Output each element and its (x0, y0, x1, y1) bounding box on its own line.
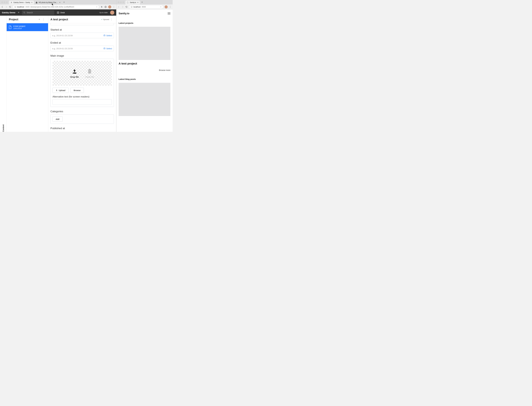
studio-brand: Gatsby Demo (2, 11, 15, 14)
browse-more-link[interactable]: Browse more (118, 69, 170, 71)
image-dropzone[interactable]: Drop file Paste file (52, 61, 112, 86)
upload-button[interactable]: Upload (52, 88, 69, 93)
date-select-button[interactable]: Select (103, 34, 112, 37)
section-heading-projects: Latest projects (118, 22, 170, 24)
url-port: :8000 (141, 6, 146, 8)
field-label-ended-at: Ended at (51, 41, 114, 44)
address-bar[interactable]: localhost:8000 ☆ (129, 5, 163, 9)
svg-point-2 (15, 6, 15, 7)
section-heading-blog: Latest blog posts (118, 78, 170, 80)
address-bar[interactable]: localhost:3333/desk/projects;3bdab7de-24… (13, 5, 99, 9)
forward-icon[interactable] (5, 6, 7, 8)
svg-point-15 (90, 71, 90, 72)
alt-text-input[interactable] (52, 99, 112, 105)
alt-text-label: Alternative text (for screen readers) (52, 95, 112, 98)
project-card-title[interactable]: A test project (118, 62, 170, 65)
url-path: /desk/projects;3bdab7de-2482-42fc-825e-1… (30, 6, 74, 8)
svg-rect-8 (104, 35, 105, 36)
svg-rect-5 (105, 6, 106, 7)
pane-menu-icon[interactable]: ⋮ (41, 18, 46, 21)
svg-rect-3 (15, 7, 15, 7)
site-content: Sanity.io Latest projects A test project… (116, 9, 173, 132)
sanity-extension-icon[interactable]: S (100, 6, 103, 8)
editor-header: A test project Synced ⋮ (48, 16, 116, 23)
svg-rect-11 (73, 73, 74, 73)
window-controls[interactable] (117, 1, 125, 3)
forward-icon[interactable] (121, 6, 124, 8)
image-field: Drop file Paste file Upload (51, 59, 114, 107)
sanity-favicon (10, 1, 12, 3)
search-icon (23, 12, 25, 14)
upload-icon (72, 69, 78, 75)
browser-menu-icon[interactable]: ⋮ (113, 6, 115, 8)
svg-rect-16 (56, 91, 57, 91)
unsplash-favicon (36, 1, 37, 3)
svg-rect-9 (104, 48, 105, 49)
browser-tab-active[interactable]: Gatsby Demo – Sanity ✕ (9, 0, 34, 4)
browser-menu-icon[interactable]: ⋮ (169, 6, 171, 8)
document-date: 23/01/2019 (13, 28, 25, 29)
mouse-cursor-icon (52, 3, 54, 6)
date-select-button[interactable]: Select (103, 47, 112, 50)
tab-strip: Sanity.io ✕ + (116, 0, 173, 4)
svg-rect-7 (57, 12, 59, 14)
url-port: :3333 (25, 6, 30, 8)
desk-icon (57, 11, 59, 14)
bookmark-star-icon[interactable]: ☆ (96, 6, 97, 8)
search-input[interactable]: Search (22, 10, 54, 15)
bookmark-star-icon[interactable]: ☆ (160, 6, 162, 8)
svg-rect-13 (89, 69, 90, 70)
close-tab-icon[interactable]: ✕ (31, 1, 33, 3)
url-host: localhost (133, 6, 140, 8)
user-avatar[interactable] (110, 11, 114, 15)
browser-tab-inactive[interactable]: HD photo by Blake Cheek (@bl ✕ (34, 0, 62, 4)
rail-label: Content (2, 18, 4, 132)
hamburger-menu-icon[interactable] (168, 13, 170, 14)
blog-card-image[interactable] (118, 83, 170, 116)
extension-icon[interactable] (104, 6, 107, 8)
new-tab-button[interactable]: + (140, 1, 144, 4)
profile-avatar[interactable] (165, 5, 168, 8)
reload-icon[interactable] (9, 6, 11, 8)
browser-window-right: Sanity.io ✕ + localhost:8000 ☆ ⋮ Sanity.… (116, 0, 173, 132)
ended-at-input[interactable]: e.g. 2019-01-23 23:59 Select (51, 46, 114, 51)
back-icon[interactable] (118, 6, 120, 8)
url-bar: localhost:8000 ☆ ⋮ (116, 4, 173, 9)
new-tab-button[interactable]: + (62, 1, 66, 4)
document-list-item[interactable]: A test project 23/01/2019 (7, 23, 48, 31)
browse-button[interactable]: Browse (71, 88, 84, 93)
back-icon[interactable] (1, 6, 4, 8)
save-status: Up to date (99, 12, 108, 14)
add-category-button[interactable]: Add (52, 116, 63, 122)
info-icon (14, 6, 16, 8)
tab-title: HD photo by Blake Cheek (@bl (39, 1, 58, 3)
paste-file-option[interactable]: Paste file (85, 69, 94, 78)
started-at-input[interactable]: e.g. 2019-01-23 23:59 Select (51, 33, 114, 38)
field-stub (51, 23, 114, 25)
project-card-image[interactable] (118, 27, 170, 60)
tab-strip: Gatsby Demo – Sanity ✕ HD photo by Blake… (0, 0, 116, 4)
create-new-button[interactable]: + (37, 18, 41, 21)
structure-rail[interactable]: Content (0, 16, 7, 132)
pane-title: Project (9, 18, 37, 21)
page-favicon (127, 1, 129, 3)
url-bar: localhost:3333/desk/projects;3bdab7de-24… (0, 4, 116, 9)
site-brand[interactable]: Sanity.io (118, 12, 129, 15)
svg-point-6 (24, 12, 25, 13)
sync-status: Synced (101, 18, 109, 21)
reload-icon[interactable] (125, 6, 128, 8)
url-host: localhost (17, 6, 24, 8)
window-controls[interactable] (1, 1, 9, 3)
desk-tool-link[interactable]: Desk (57, 11, 65, 14)
drop-file-option[interactable]: Drop file (70, 69, 79, 78)
close-tab-icon[interactable]: ✕ (59, 1, 60, 3)
close-tab-icon[interactable]: ✕ (137, 1, 139, 3)
browser-tab-active[interactable]: Sanity.io ✕ (125, 0, 140, 4)
create-document-button[interactable]: + (18, 11, 20, 14)
calendar-icon (103, 47, 105, 49)
profile-avatar[interactable] (108, 5, 111, 8)
browser-window-left: Gatsby Demo – Sanity ✕ HD photo by Blake… (0, 0, 116, 132)
search-placeholder: Search (27, 12, 33, 14)
tab-title: Sanity.io (130, 1, 136, 3)
document-menu-icon[interactable]: ⋮ (109, 18, 114, 21)
